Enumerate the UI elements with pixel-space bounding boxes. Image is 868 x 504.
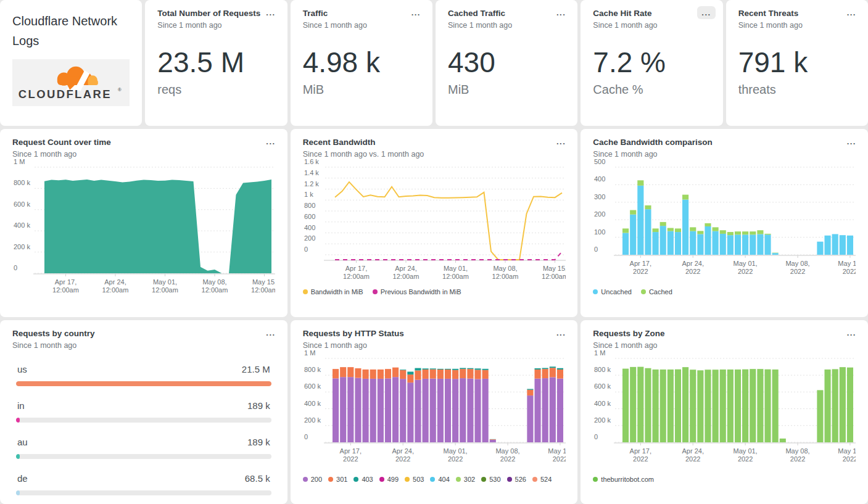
- bar-segment: [429, 379, 436, 442]
- svg-text:1 M: 1 M: [304, 350, 315, 357]
- recent-bandwidth-chart: 1.6 k1.4 k1.2 k1 k8006004002000Apr 17,12…: [303, 159, 566, 286]
- legend-item[interactable]: Bandwidth in MiB: [303, 288, 363, 295]
- bar-segment: [534, 379, 540, 442]
- svg-text:0: 0: [304, 433, 308, 440]
- stat-unit: MiB: [448, 83, 565, 97]
- bar-segment: [727, 370, 734, 442]
- bar-segment: [765, 234, 771, 255]
- legend-dot-icon: [353, 477, 358, 482]
- bar-segment: [467, 379, 473, 442]
- chart-title: Requests by Zone: [593, 329, 856, 339]
- country-bar-fill: [16, 418, 20, 423]
- bar-segment: [534, 368, 540, 370]
- panel-menu-button[interactable]: ...: [262, 135, 279, 148]
- panel-menu-button[interactable]: ...: [697, 6, 715, 19]
- legend-dot-icon: [328, 477, 333, 482]
- svg-text:200 k: 200 k: [14, 243, 30, 250]
- legend-item[interactable]: 404: [430, 476, 449, 483]
- cache-bandwidth-legend: UncachedCached: [593, 288, 856, 295]
- panel-menu-button[interactable]: ...: [552, 326, 570, 339]
- stat-unit: MiB: [303, 83, 420, 97]
- legend-item[interactable]: 200: [303, 476, 322, 483]
- bar-segment: [542, 368, 548, 370]
- bar-segment: [660, 370, 666, 442]
- legend-item[interactable]: 403: [353, 476, 373, 483]
- svg-text:300: 300: [594, 193, 605, 200]
- legend-label: 499: [387, 476, 399, 483]
- bar-segment: [720, 230, 726, 234]
- panel-menu-button[interactable]: ...: [262, 6, 279, 19]
- panel-menu-button[interactable]: ...: [843, 135, 861, 148]
- stat-subtitle: Since 1 month ago: [738, 21, 856, 30]
- country-bar-track: [16, 418, 271, 423]
- svg-text:0: 0: [14, 264, 17, 271]
- svg-text:400 k: 400 k: [304, 400, 321, 407]
- svg-text:0: 0: [594, 433, 598, 440]
- stat-panel-traffic: ... Traffic Since 1 month ago 4.98 k MiB: [291, 0, 432, 126]
- svg-text:Apr 17,2022: Apr 17,2022: [339, 447, 361, 463]
- legend-item[interactable]: 499: [379, 476, 399, 483]
- bar-segment: [772, 253, 779, 254]
- bar-segment: [437, 369, 443, 370]
- legend-item[interactable]: 530: [481, 476, 500, 483]
- bar-segment: [630, 215, 636, 255]
- bar-segment: [638, 186, 644, 255]
- legend-item[interactable]: 302: [456, 476, 475, 483]
- legend-label: 530: [489, 476, 500, 483]
- svg-text:May 15,2022: May 15,2022: [838, 260, 856, 275]
- bar-segment: [713, 370, 719, 442]
- bar-segment: [727, 235, 734, 255]
- country-label: au: [17, 437, 28, 447]
- svg-text:May 01,2022: May 01,2022: [443, 447, 467, 463]
- svg-text:May 01,12:00am: May 01,12:00am: [442, 265, 469, 280]
- svg-text:Apr 17,12:00am: Apr 17,12:00am: [52, 278, 79, 294]
- legend-label: Previous Bandwidth in MiB: [381, 288, 461, 295]
- legend-item[interactable]: Cached: [641, 288, 672, 295]
- bar-segment: [407, 374, 413, 382]
- legend-label: 301: [336, 476, 347, 483]
- chart-panel-request-count: ... Request Count over time Since 1 mont…: [0, 129, 287, 317]
- panel-menu-button[interactable]: ...: [843, 6, 861, 19]
- svg-text:May 08,2022: May 08,2022: [786, 260, 810, 275]
- legend-label: 403: [362, 476, 373, 483]
- legend-item[interactable]: 301: [328, 476, 347, 483]
- panel-menu-button[interactable]: ...: [552, 6, 570, 19]
- bar-segment: [720, 370, 726, 442]
- country-value: 189 k: [247, 437, 270, 447]
- svg-text:May 15,12:00am: May 15,12:00am: [251, 278, 275, 294]
- bar-segment: [474, 370, 481, 379]
- stat-title: Cached Traffic: [448, 9, 565, 19]
- panel-menu-button[interactable]: ...: [262, 326, 279, 339]
- panel-menu-button[interactable]: ...: [843, 326, 861, 339]
- chart-panel-http-status: ... Requests by HTTP Status Since 1 mont…: [291, 320, 578, 504]
- bar-segment: [407, 371, 413, 374]
- panel-menu-button[interactable]: ...: [407, 6, 425, 19]
- country-value: 189 k: [247, 400, 270, 411]
- bar-segment: [675, 229, 681, 233]
- legend-item[interactable]: 524: [532, 476, 552, 483]
- legend-item[interactable]: Previous Bandwidth in MiB: [373, 288, 461, 295]
- svg-text:200 k: 200 k: [304, 416, 321, 424]
- bar-segment: [415, 380, 421, 442]
- panel-menu-button[interactable]: ...: [552, 135, 570, 148]
- bar-segment: [557, 379, 563, 442]
- legend-item[interactable]: 503: [405, 476, 424, 483]
- country-value: 21.5 M: [242, 364, 270, 374]
- stat-unit: reqs: [157, 83, 275, 97]
- bar-segment: [422, 368, 428, 370]
- legend-item[interactable]: theburritobot.com: [593, 476, 654, 483]
- bar-segment: [825, 370, 831, 442]
- legend-item[interactable]: 526: [507, 476, 526, 483]
- bar-segment: [698, 370, 704, 442]
- chart-title: Requests by country: [12, 329, 275, 339]
- country-bar-fill: [16, 490, 20, 495]
- chart-panel-cache-bandwidth: ... Cache Bandwidth comparison Since 1 m…: [581, 129, 868, 317]
- bar-segment: [742, 231, 748, 234]
- bar-segment: [825, 236, 831, 255]
- chart-subtitle: Since 1 month ago: [12, 150, 275, 159]
- bar-segment: [817, 242, 824, 255]
- svg-text:600 k: 600 k: [594, 382, 611, 390]
- bar-segment: [377, 379, 383, 442]
- chart-title: Request Count over time: [12, 138, 275, 148]
- legend-item[interactable]: Uncached: [593, 288, 632, 295]
